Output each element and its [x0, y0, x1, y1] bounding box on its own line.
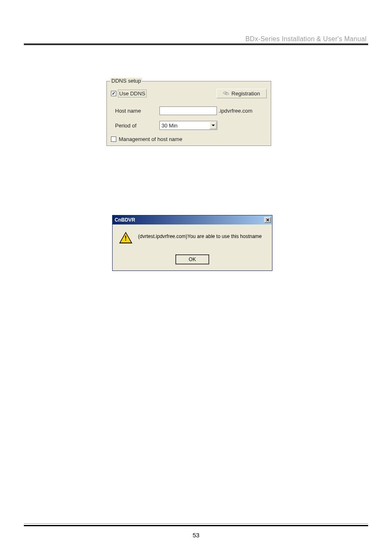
header-rule [24, 44, 368, 45]
dialog-message: (dvrtest.ipdvrfree.com)You are able to u… [138, 232, 262, 239]
header-title: BDx-Series Installation & User's Manual [245, 35, 367, 43]
dropdown-button[interactable] [210, 122, 217, 129]
use-ddns-checkbox[interactable]: ✓ [111, 91, 116, 96]
dialog-title: CnBDVR [114, 217, 135, 223]
host-suffix-label: .ipdvrfree.com [219, 108, 252, 114]
message-dialog: CnBDVR ✕ ! (dvrtest.ipdvrfree.com)You ar… [112, 215, 272, 271]
registration-label: Registration [231, 90, 260, 97]
dialog-body: ! (dvrtest.ipdvrfree.com)You are able to… [113, 224, 272, 255]
dialog-footer: OK [113, 255, 272, 271]
ddns-fieldset: DDNS setup ✓ Use DDNS Registration Host … [106, 81, 271, 146]
ddns-row-management: Management of host name [111, 135, 267, 143]
use-ddns-label: Use DDNS [118, 90, 147, 97]
host-name-label: Host name [115, 108, 159, 114]
ddns-row-use: ✓ Use DDNS Registration [111, 89, 267, 98]
period-label: Period of [115, 123, 159, 129]
ok-button[interactable]: OK [176, 255, 209, 264]
management-checkbox[interactable] [111, 136, 116, 142]
ddns-legend: DDNS setup [110, 78, 142, 84]
footer-rule [24, 525, 368, 526]
chevron-down-icon [212, 125, 215, 126]
header-rule-thin [24, 45, 368, 46]
ddns-row-hostname: Host name .ipdvrfree.com [115, 106, 267, 115]
warning-icon: ! [119, 232, 132, 244]
page-number: 53 [0, 532, 392, 539]
host-name-input[interactable] [159, 106, 217, 115]
period-value: 30 Min [160, 123, 178, 129]
footer-rule-thin [24, 523, 368, 524]
registration-button[interactable]: Registration [217, 89, 267, 98]
link-icon [223, 92, 229, 95]
ddns-setup-panel: DDNS setup ✓ Use DDNS Registration Host … [106, 81, 271, 146]
close-button[interactable]: ✕ [264, 217, 271, 223]
use-ddns-checkbox-wrap[interactable]: ✓ Use DDNS [111, 90, 147, 97]
manual-page: BDx-Series Installation & User's Manual … [0, 0, 392, 555]
close-icon: ✕ [266, 218, 270, 222]
dialog-titlebar: CnBDVR ✕ [113, 215, 272, 224]
ddns-row-period: Period of 30 Min [115, 121, 267, 130]
management-label: Management of host name [119, 136, 182, 142]
period-select[interactable]: 30 Min [159, 121, 217, 130]
